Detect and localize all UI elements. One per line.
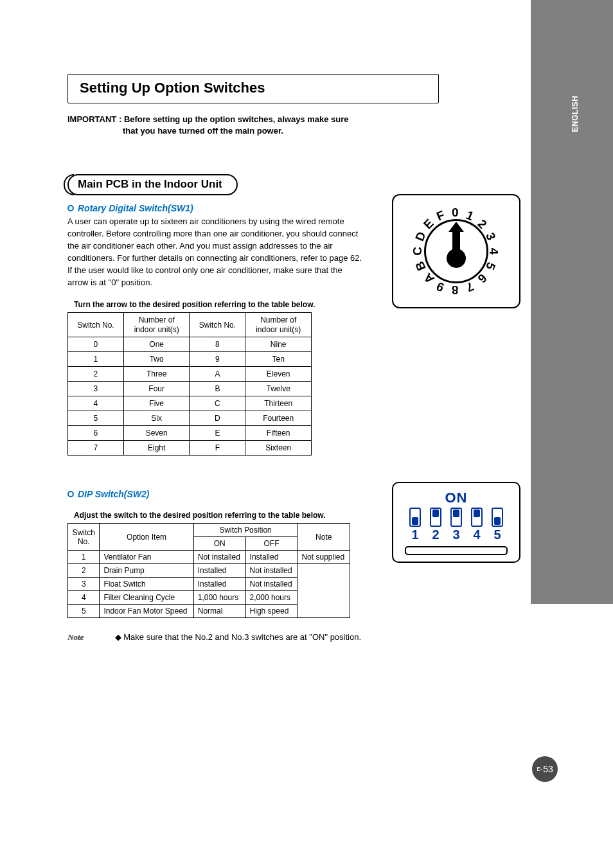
table-row: 2ThreeAEleven bbox=[68, 367, 312, 382]
bullet-ring-icon bbox=[67, 205, 74, 211]
table-cell: Drain Pump bbox=[100, 564, 193, 578]
dial-char: C bbox=[411, 247, 425, 256]
dip-track bbox=[430, 508, 441, 527]
side-gray-column: ENGLISH bbox=[531, 0, 613, 604]
dip-track bbox=[492, 508, 503, 527]
dip-switch: 3 bbox=[449, 508, 464, 542]
table-cell: Thirteen bbox=[245, 396, 312, 411]
table-row: 1Two9Ten bbox=[68, 352, 312, 367]
dial-char: D bbox=[413, 229, 429, 243]
rotary-th-c: Switch No. bbox=[190, 313, 245, 337]
note-text: Make sure that the No.2 and No.3 switche… bbox=[115, 632, 361, 642]
rotary-paragraph: A user can operate up to sixteen air con… bbox=[67, 216, 363, 288]
dip-th-on: ON bbox=[193, 537, 245, 551]
section-title: Main PCB in the Indoor Unit bbox=[78, 178, 222, 190]
rotary-th-b: Number of indoor unit(s) bbox=[123, 313, 190, 337]
table-cell: 2 bbox=[68, 564, 100, 578]
dip-switch: 1 bbox=[407, 508, 423, 542]
table-cell: Filter Cleaning Cycle bbox=[100, 591, 193, 605]
dial-char: 1 bbox=[464, 208, 475, 223]
table-cell: Five bbox=[123, 396, 190, 411]
table-cell: Eight bbox=[123, 441, 190, 456]
table-cell: 6 bbox=[68, 426, 124, 441]
important-line2: that you have turned off the main power. bbox=[123, 125, 414, 137]
rotary-th-d: Number of indoor unit(s) bbox=[245, 313, 312, 337]
table-cell: Fourteen bbox=[245, 411, 312, 426]
table-cell: Twelve bbox=[245, 382, 312, 396]
dial-char: 7 bbox=[464, 279, 475, 294]
table-cell: C bbox=[190, 396, 245, 411]
dial-char: 9 bbox=[434, 279, 446, 294]
dip-label-box bbox=[405, 546, 508, 555]
table-row: 7EightFSixteen bbox=[68, 441, 312, 456]
dip-track bbox=[471, 508, 483, 527]
table-cell: Four bbox=[123, 382, 190, 396]
table-cell: 5 bbox=[68, 411, 124, 426]
dial-char: 8 bbox=[452, 283, 459, 297]
table-cell: Seven bbox=[123, 426, 190, 441]
table-cell: Sixteen bbox=[245, 441, 312, 456]
dip-on-label: ON bbox=[445, 490, 468, 506]
table-cell: 9 bbox=[190, 352, 245, 367]
dip-switch-row: 12345 bbox=[407, 508, 505, 542]
dip-knob bbox=[432, 509, 439, 517]
dial-char: 6 bbox=[475, 271, 490, 286]
table-cell: One bbox=[123, 337, 190, 352]
dip-number: 2 bbox=[432, 527, 439, 542]
dip-number: 4 bbox=[473, 527, 480, 542]
dip-knob bbox=[453, 509, 459, 517]
rotary-heading-text: Rotary Digital Switch(SW1) bbox=[78, 203, 193, 213]
important-label: IMPORTANT : bbox=[67, 114, 121, 125]
dip-number: 5 bbox=[493, 527, 501, 542]
dip-number: 1 bbox=[411, 527, 418, 542]
table-cell bbox=[298, 564, 350, 618]
table-cell: B bbox=[190, 382, 245, 396]
table-row: 3FourBTwelve bbox=[68, 382, 312, 396]
page-number: 53 bbox=[543, 764, 553, 774]
dip-th-off: OFF bbox=[245, 537, 298, 551]
table-cell: Three bbox=[123, 367, 190, 382]
table-cell: 3 bbox=[68, 578, 100, 591]
table-row: 4FiveCThirteen bbox=[68, 396, 312, 411]
language-tab: ENGLISH bbox=[571, 96, 580, 132]
dip-switch: 4 bbox=[469, 508, 484, 542]
dial-pointer-icon bbox=[452, 229, 460, 260]
dip-number: 3 bbox=[452, 527, 459, 542]
page-prefix: E- bbox=[537, 766, 542, 772]
dip-th-no: Switch No. bbox=[68, 524, 100, 551]
page-title: Setting Up Option Switches bbox=[80, 80, 427, 96]
table-cell: Installed bbox=[193, 564, 245, 578]
dial-char: 4 bbox=[486, 248, 501, 255]
table-cell: Installed bbox=[245, 551, 298, 564]
rotary-dial-figure: EF0123456789ABCD bbox=[392, 194, 520, 308]
table-cell: High speed bbox=[245, 605, 298, 618]
rotary-th-a: Switch No. bbox=[68, 313, 124, 337]
note-label: Note bbox=[67, 632, 112, 642]
table-row: 1Ventilator FanNot installedInstalledNot… bbox=[68, 551, 350, 564]
table-cell: Eleven bbox=[245, 367, 312, 382]
table-cell: 4 bbox=[68, 591, 100, 605]
table-cell: Float Switch bbox=[100, 578, 193, 591]
table-cell: Nine bbox=[245, 337, 312, 352]
dip-th-pos: Switch Position bbox=[193, 524, 298, 537]
dip-switch: 5 bbox=[490, 508, 505, 542]
table-cell: Installed bbox=[193, 578, 245, 591]
table-cell: E bbox=[190, 426, 245, 441]
table-cell: Ten bbox=[245, 352, 312, 367]
table-cell: Fifteen bbox=[245, 426, 312, 441]
rotary-table: Switch No. Number of indoor unit(s) Swit… bbox=[67, 312, 312, 456]
table-cell: Not installed bbox=[245, 578, 298, 591]
table-cell: Normal bbox=[193, 605, 245, 618]
section-heading-pill: Main PCB in the Indoor Unit bbox=[67, 174, 238, 195]
dip-table: Switch No. Option Item Switch Position N… bbox=[67, 523, 350, 618]
dip-th-item: Option Item bbox=[100, 524, 193, 551]
table-cell: 8 bbox=[190, 337, 245, 352]
dip-switch-figure: ON 12345 bbox=[392, 482, 520, 563]
dip-th-note: Note bbox=[298, 524, 350, 551]
table-cell: Not supplied bbox=[298, 551, 350, 564]
table-cell: 4 bbox=[68, 396, 124, 411]
important-line1: Before setting up the option switches, a… bbox=[124, 114, 349, 124]
table-row: 6SevenEFifteen bbox=[68, 426, 312, 441]
table-cell: 3 bbox=[68, 382, 124, 396]
table-cell: A bbox=[190, 367, 245, 382]
